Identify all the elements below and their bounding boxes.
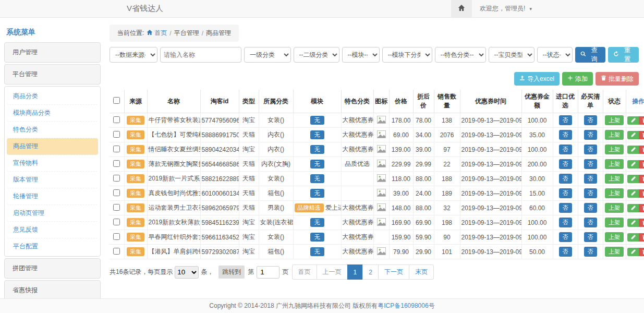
search-button[interactable]: 查询: [575, 47, 606, 63]
sidebar-item-2[interactable]: 特色分类: [7, 122, 98, 138]
sidebar-item-3[interactable]: 商品管理: [7, 138, 98, 155]
row-checkbox[interactable]: [113, 160, 120, 167]
filter-item-type[interactable]: --宝贝类型--: [489, 47, 534, 63]
filter-module[interactable]: --模块--: [342, 47, 380, 63]
status-toggle[interactable]: 上架: [605, 232, 624, 242]
must-buy-toggle[interactable]: 否: [584, 247, 597, 256]
status-toggle[interactable]: 上架: [605, 188, 624, 198]
status-toggle[interactable]: 上架: [605, 145, 624, 154]
filter-level2[interactable]: --二级分类--: [294, 47, 339, 63]
delete-button[interactable]: [639, 233, 644, 242]
delete-button[interactable]: [639, 204, 644, 212]
page-button-1[interactable]: 上一页: [317, 264, 348, 280]
sidebar-section-3[interactable]: 省惠快报: [5, 281, 100, 300]
edit-button[interactable]: [627, 146, 639, 154]
must-buy-toggle[interactable]: 否: [584, 174, 597, 183]
row-checkbox[interactable]: [113, 219, 120, 225]
status-toggle[interactable]: 上架: [605, 203, 624, 212]
must-buy-toggle[interactable]: 否: [584, 218, 597, 227]
per-page-select[interactable]: 10: [175, 266, 199, 279]
batch-delete-button[interactable]: 批量删除: [596, 72, 639, 86]
jump-button[interactable]: 跳转到: [218, 266, 245, 279]
edit-button[interactable]: [627, 219, 639, 227]
filter-module-sub[interactable]: --模块下分类--: [382, 47, 432, 63]
delete-button[interactable]: [639, 131, 644, 139]
edit-button[interactable]: [627, 175, 639, 183]
status-toggle[interactable]: 上架: [605, 174, 624, 183]
jump-page-input[interactable]: [257, 266, 280, 279]
page-button-0[interactable]: 首页: [292, 264, 317, 280]
edit-button[interactable]: [627, 189, 639, 198]
edit-button[interactable]: [627, 204, 639, 212]
row-checkbox[interactable]: [113, 146, 120, 152]
import-select-toggle[interactable]: 否: [559, 174, 572, 183]
edit-button[interactable]: [627, 160, 639, 168]
status-toggle[interactable]: 上架: [605, 159, 624, 168]
import-select-toggle[interactable]: 否: [559, 232, 572, 242]
icp-link[interactable]: 粤ICP备16098006号: [378, 302, 434, 310]
page-button-5[interactable]: 末页: [409, 264, 434, 280]
reset-button[interactable]: 重置: [608, 47, 639, 63]
page-button-4[interactable]: 下一页: [378, 264, 409, 280]
edit-button[interactable]: [627, 131, 639, 139]
name-search-input[interactable]: [160, 47, 241, 63]
sidebar-section-1[interactable]: 平台管理: [5, 65, 100, 84]
filter-data-source[interactable]: --数据来源--: [110, 47, 157, 63]
must-buy-toggle[interactable]: 否: [584, 188, 597, 198]
edit-button[interactable]: [627, 233, 639, 242]
sidebar-item-1[interactable]: 模块商品分类: [7, 105, 98, 122]
page-button-3[interactable]: 2: [362, 264, 379, 280]
row-checkbox[interactable]: [113, 248, 120, 255]
navbar-home-button[interactable]: [451, 0, 472, 17]
must-buy-toggle[interactable]: 否: [584, 115, 597, 125]
import-select-toggle[interactable]: 否: [559, 247, 572, 256]
delete-button[interactable]: [639, 160, 644, 168]
import-select-toggle[interactable]: 否: [559, 130, 572, 139]
must-buy-toggle[interactable]: 否: [584, 130, 597, 139]
import-select-toggle[interactable]: 否: [559, 145, 572, 154]
status-toggle[interactable]: 上架: [605, 247, 624, 256]
sidebar-section-0[interactable]: 用户管理: [5, 43, 100, 62]
delete-button[interactable]: [639, 189, 644, 198]
sidebar-item-8[interactable]: 意见反馈: [7, 222, 98, 238]
sidebar-item-5[interactable]: 版本管理: [7, 172, 98, 188]
sidebar-section-2[interactable]: 拼团管理: [5, 259, 100, 278]
sidebar-item-0[interactable]: 商品分类: [7, 88, 98, 105]
row-checkbox[interactable]: [113, 116, 120, 123]
delete-button[interactable]: [639, 219, 644, 227]
add-button[interactable]: 添加: [562, 72, 593, 86]
filter-status[interactable]: --状态--: [537, 47, 573, 63]
select-all-checkbox[interactable]: [113, 97, 120, 104]
edit-button[interactable]: [627, 248, 639, 256]
row-checkbox[interactable]: [113, 189, 120, 196]
filter-feature[interactable]: --特色分类--: [435, 47, 486, 63]
user-menu[interactable]: 欢迎您，管理员! ▼: [480, 4, 533, 13]
breadcrumb-home-link[interactable]: 首页: [147, 29, 167, 38]
must-buy-toggle[interactable]: 否: [584, 203, 597, 212]
must-buy-toggle[interactable]: 否: [584, 145, 597, 154]
must-buy-toggle[interactable]: 否: [584, 159, 597, 168]
import-select-toggle[interactable]: 否: [559, 159, 572, 168]
status-toggle[interactable]: 上架: [605, 218, 624, 227]
must-buy-toggle[interactable]: 否: [584, 232, 597, 242]
import-select-toggle[interactable]: 否: [559, 203, 572, 212]
import-excel-button[interactable]: 导入excel: [514, 72, 560, 86]
filter-level1[interactable]: 一级分类: [244, 47, 291, 63]
import-select-toggle[interactable]: 否: [559, 218, 572, 227]
row-checkbox[interactable]: [113, 175, 120, 182]
status-toggle[interactable]: 上架: [605, 115, 624, 125]
delete-button[interactable]: [639, 146, 644, 154]
sidebar-item-9[interactable]: 平台配置: [7, 238, 98, 255]
import-select-toggle[interactable]: 否: [559, 188, 572, 198]
import-select-toggle[interactable]: 否: [559, 115, 572, 125]
status-toggle[interactable]: 上架: [605, 130, 624, 139]
delete-button[interactable]: [639, 175, 644, 183]
edit-button[interactable]: [627, 116, 639, 125]
delete-button[interactable]: [639, 248, 644, 256]
page-button-2[interactable]: 1: [347, 264, 363, 280]
sidebar-item-4[interactable]: 宣传物料: [7, 155, 98, 172]
sidebar-item-7[interactable]: 启动页管理: [7, 205, 98, 222]
sidebar-item-6[interactable]: 轮播管理: [7, 188, 98, 205]
row-checkbox[interactable]: [113, 131, 120, 138]
row-checkbox[interactable]: [113, 204, 120, 211]
